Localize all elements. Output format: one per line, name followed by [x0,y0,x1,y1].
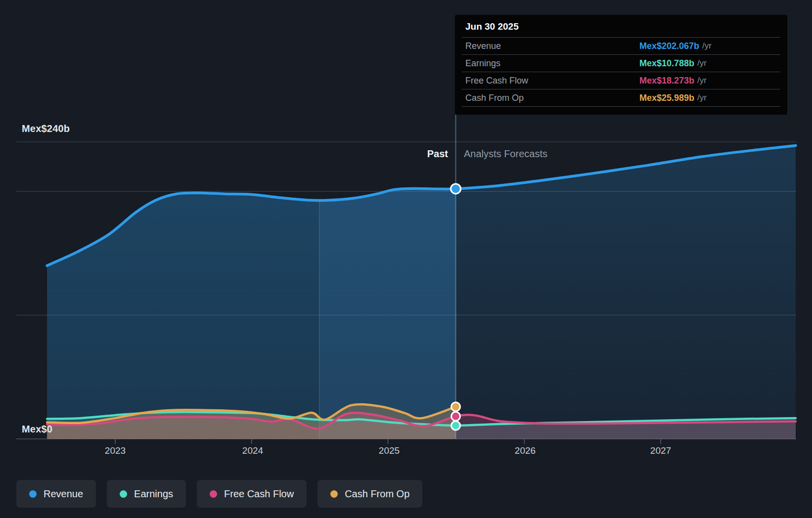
x-axis-label-2026: 2026 [504,445,546,456]
legend-item-cash-from-op[interactable]: Cash From Op [317,480,422,508]
analysts-forecasts-zone-label: Analysts Forecasts [464,148,547,160]
legend-label-free-cash-flow: Free Cash Flow [224,488,294,500]
tooltip-date: Jun 30 2025 [462,15,780,38]
tooltip-label-cash-from-op: Cash From Op [465,93,639,103]
tooltip-row-earnings: Earnings Mex$10.788b /yr [462,55,780,72]
legend-label-earnings: Earnings [134,488,173,500]
x-axis-label-2024: 2024 [232,445,273,456]
tooltip-value-free-cash-flow: Mex$18.273b [639,76,694,86]
x-axis-label-2027: 2027 [640,445,681,456]
earnings-dot-icon [120,490,127,498]
tooltip-label-earnings: Earnings [465,58,639,69]
legend-item-earnings[interactable]: Earnings [107,480,186,508]
x-axis-label-2025: 2025 [368,445,410,456]
y-axis-zero-label: Mex$0 [22,424,52,435]
tooltip-label-revenue: Revenue [465,41,639,51]
tooltip-label-free-cash-flow: Free Cash Flow [465,76,639,86]
past-zone-label: Past [376,148,448,160]
legend-label-cash-from-op: Cash From Op [345,488,409,500]
tooltip-suffix-free-cash-flow: /yr [697,76,707,86]
tooltip-value-earnings: Mex$10.788b [639,58,694,69]
x-axis-label-2023: 2023 [94,445,136,456]
tooltip-row-revenue: Revenue Mex$202.067b /yr [462,38,780,55]
legend-item-free-cash-flow[interactable]: Free Cash Flow [197,480,307,508]
tooltip-suffix-earnings: /yr [697,58,707,68]
cash-from-op-dot-icon [330,490,338,498]
revenue-dot-icon [29,490,37,498]
chart-tooltip: Jun 30 2025 Revenue Mex$202.067b /yr Ear… [455,15,787,115]
legend-label-revenue: Revenue [44,488,83,500]
stock-forecast-chart-page: Mex$240b Mex$0 2023 2024 2025 2026 2027 … [0,0,812,518]
tooltip-suffix-cash-from-op: /yr [697,93,707,103]
tooltip-row-free-cash-flow: Free Cash Flow Mex$18.273b /yr [462,72,780,89]
tooltip-value-revenue: Mex$202.067b [639,41,699,51]
free-cash-flow-dot-icon [210,490,217,498]
tooltip-row-cash-from-op: Cash From Op Mex$25.989b /yr [462,89,780,107]
tooltip-suffix-revenue: /yr [702,41,712,51]
y-axis-max-label: Mex$240b [22,123,70,134]
tooltip-value-cash-from-op: Mex$25.989b [639,93,694,103]
chart-legend: Revenue Earnings Free Cash Flow Cash Fro… [16,480,422,508]
legend-item-revenue[interactable]: Revenue [16,480,96,508]
